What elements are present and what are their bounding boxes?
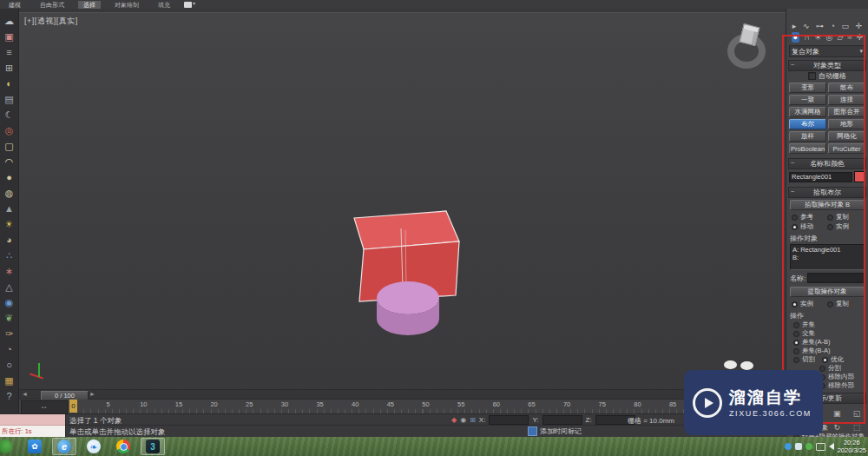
grid-array-icon[interactable]: ▦: [2, 373, 17, 388]
image-icon[interactable]: ▣: [2, 29, 17, 44]
help-icon[interactable]: ?: [2, 388, 17, 404]
radio-icon[interactable]: [827, 301, 833, 307]
spray-icon[interactable]: ∗: [2, 263, 17, 279]
moon-icon[interactable]: ☾: [2, 107, 17, 122]
object-type-button-散布[interactable]: 散布: [828, 83, 865, 93]
operand-entry[interactable]: B:: [792, 254, 862, 261]
maxscript-mini-listener[interactable]: 所在行: 1s: [0, 414, 66, 437]
hand-tool-icon[interactable]: ✑: [2, 326, 17, 341]
object-name-field[interactable]: Rectangle001: [789, 172, 852, 182]
object-category-dropdown[interactable]: 复合对象 ▾: [789, 45, 865, 57]
current-frame-marker[interactable]: 0: [69, 400, 77, 413]
helpers-category-icon[interactable]: ▱: [837, 32, 843, 43]
tray-icon-green[interactable]: [806, 443, 812, 450]
radio-icon[interactable]: [793, 357, 799, 363]
absolute-mode-icon[interactable]: ⊞: [470, 416, 476, 424]
add-time-tag[interactable]: 添加时间标记: [528, 426, 582, 436]
object-type-button-水滴网格[interactable]: 水滴网格: [789, 107, 826, 117]
ring-primitive-icon[interactable]: ◍: [2, 185, 17, 201]
lock-selection-icon[interactable]: ◉: [460, 416, 466, 424]
object-type-button-地形[interactable]: 地形: [828, 119, 865, 129]
grid-panel-icon[interactable]: ⊞: [2, 60, 17, 76]
sphere-primitive-icon[interactable]: ●: [2, 169, 17, 185]
extract-option-复制[interactable]: 复制: [827, 300, 863, 308]
frame-ruler[interactable]: 0 5101520253035404550556065707580859095: [69, 400, 764, 413]
operation-差集(A-B)[interactable]: 差集(A-B): [786, 338, 868, 347]
tray-icon-blue[interactable]: [785, 443, 792, 450]
ribbon-tab-建模[interactable]: 建模: [3, 1, 26, 9]
sphere-icon[interactable]: ◕: [2, 232, 17, 248]
extract-option-实例[interactable]: 实例: [792, 300, 827, 308]
radio-icon[interactable]: [827, 224, 833, 230]
cone-icon[interactable]: ▲: [2, 201, 17, 216]
time-slider-track[interactable]: ◄ 0 / 100 ►: [19, 389, 786, 400]
previous-frame-icon[interactable]: ◄: [22, 391, 28, 397]
radio-icon[interactable]: [793, 322, 799, 328]
operation-并集[interactable]: 并集: [786, 321, 868, 329]
pyramid-icon[interactable]: △: [2, 279, 17, 294]
x-coordinate-field[interactable]: [489, 415, 529, 425]
globe-icon[interactable]: ◉: [2, 294, 17, 310]
taskbar-app-chrome[interactable]: [111, 438, 135, 455]
rock-icon[interactable]: ◔: [2, 341, 17, 357]
object-type-button-一致[interactable]: 一致: [789, 95, 826, 105]
object-type-button-连接[interactable]: 连接: [828, 95, 865, 105]
object-color-swatch[interactable]: [854, 171, 865, 182]
radio-icon[interactable]: [793, 348, 799, 354]
radio-icon[interactable]: [793, 331, 799, 337]
zoom-extents-all-icon[interactable]: ◱: [847, 406, 866, 420]
lights-category-icon[interactable]: ☀: [814, 32, 821, 43]
clone-option-复制[interactable]: 复制: [827, 213, 863, 221]
tray-icon-light[interactable]: [795, 443, 802, 450]
motion-tab-icon[interactable]: ◔: [831, 21, 835, 31]
sun-icon[interactable]: ☀: [2, 216, 17, 232]
rollout-object-type[interactable]: − 对象类型: [788, 60, 866, 71]
operation-切割[interactable]: 切割: [793, 355, 815, 364]
listener-pane[interactable]: 所在行: 1s: [0, 426, 65, 437]
next-frame-icon[interactable]: ►: [89, 391, 95, 397]
object-type-button-网格化[interactable]: 网格化: [828, 131, 865, 142]
radio-icon[interactable]: [827, 215, 833, 221]
operand-entry[interactable]: A: Rectangle001: [792, 246, 862, 254]
radio-icon[interactable]: [792, 301, 798, 307]
cut-option-优化[interactable]: 优化: [822, 355, 844, 364]
scene-objects[interactable]: [19, 13, 786, 389]
cameras-category-icon[interactable]: ◎: [825, 32, 832, 43]
taskbar-app-3dsmax[interactable]: 3: [141, 438, 165, 455]
ribbon-tab-选择[interactable]: 选择: [78, 1, 101, 9]
maximize-viewport-icon[interactable]: ⬚: [847, 421, 866, 435]
network-icon[interactable]: [816, 443, 825, 451]
dome-primitive-icon[interactable]: ◠: [2, 154, 17, 169]
taskbar-app-ie[interactable]: e: [52, 438, 76, 455]
keyframe-settings-widget[interactable]: ▪▪: [21, 400, 68, 414]
polygon-modeling-icon[interactable]: ☁: [2, 13, 17, 29]
operation-交集[interactable]: 交集: [786, 329, 868, 338]
pearl-icon[interactable]: ○: [2, 357, 17, 373]
clone-option-参考[interactable]: 参考: [792, 213, 827, 221]
object-type-button-ProBoolean[interactable]: ProBoolean: [789, 143, 826, 154]
target-icon[interactable]: ◎: [2, 122, 17, 138]
spacewarps-category-icon[interactable]: ≈: [848, 32, 852, 43]
extract-operand-button[interactable]: 提取操作对象: [790, 287, 865, 297]
perspective-viewport[interactable]: [+][透视][真实]: [19, 12, 786, 389]
speaker-icon[interactable]: [829, 443, 834, 450]
pick-operand-b-button[interactable]: 拾取操作对象 B: [790, 200, 865, 210]
list-icon[interactable]: ≡: [2, 44, 17, 60]
orbit-icon[interactable]: ↻: [828, 421, 847, 435]
geometry-category-icon[interactable]: ●: [792, 32, 799, 43]
ribbon-tab-对象绘制[interactable]: 对象绘制: [109, 1, 144, 9]
taskbar-app-partial[interactable]: [0, 438, 17, 455]
hierarchy-tab-icon[interactable]: ⊶: [816, 21, 824, 31]
ribbon-tab-填充[interactable]: 填充: [153, 1, 175, 9]
object-type-button-变形[interactable]: 变形: [789, 83, 826, 93]
taskbar-app-browser[interactable]: ❧: [82, 438, 106, 455]
taskbar-app-security[interactable]: ✿: [23, 438, 47, 455]
systems-category-icon[interactable]: ✛: [857, 32, 864, 43]
ribbon-options-icon[interactable]: [184, 2, 192, 8]
box-primitive-icon[interactable]: ▢: [2, 138, 17, 154]
radio-icon[interactable]: [792, 224, 798, 230]
autogrid-checkbox[interactable]: [808, 72, 816, 80]
rollout-pick-boolean[interactable]: − 拾取布尔: [788, 187, 866, 198]
create-tab-icon[interactable]: ▸: [792, 21, 797, 31]
viewcube[interactable]: [724, 23, 778, 74]
